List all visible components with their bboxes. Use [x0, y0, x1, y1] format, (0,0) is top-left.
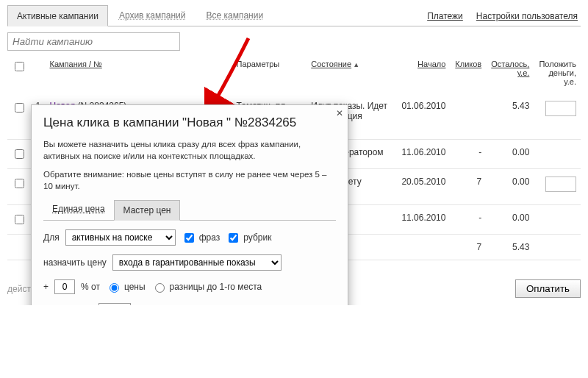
- totals-clicks: 7: [450, 235, 486, 260]
- select-all-checkbox[interactable]: [15, 62, 24, 71]
- set-price-label: назначить цену: [43, 257, 107, 268]
- deposit-input[interactable]: [545, 176, 576, 192]
- close-icon[interactable]: ✕: [336, 108, 343, 118]
- modal-desc-1: Вы можете назначить цены клика сразу для…: [43, 139, 336, 162]
- cell-clicks: -: [450, 140, 486, 169]
- rubrics-checkbox[interactable]: [229, 233, 238, 243]
- cell-remaining: 0.00: [486, 169, 534, 205]
- price-type-select[interactable]: входа в гарантированные показы: [112, 254, 282, 271]
- modal-title: Цена клика в кампании "Новая " №2834265: [43, 115, 336, 130]
- cell-start: 20.05.2010: [396, 169, 450, 205]
- modal-desc-2: Обратите внимание: новые цены вступят в …: [43, 169, 336, 192]
- col-params: Параметры: [237, 60, 280, 68]
- cell-remaining: 5.43: [486, 93, 534, 140]
- cell-clicks: 7: [450, 169, 486, 205]
- link-payments[interactable]: Платежи: [427, 11, 463, 21]
- search-input[interactable]: [7, 32, 180, 51]
- cell-start: 11.06.2010: [396, 205, 450, 235]
- scope-select[interactable]: активных на поиске: [65, 229, 176, 246]
- totals-remaining: 5.43: [486, 235, 534, 260]
- sort-asc-icon: ▲: [353, 61, 359, 68]
- row-checkbox[interactable]: [15, 215, 24, 224]
- cell-start: 01.06.2010: [396, 93, 450, 140]
- row-checkbox[interactable]: [15, 149, 24, 159]
- basis-price-radio[interactable]: [110, 283, 119, 293]
- percent-input[interactable]: [54, 279, 75, 294]
- col-deposit: Положить деньги, у.е.: [539, 60, 576, 86]
- row-checkbox[interactable]: [15, 179, 24, 188]
- tab-all[interactable]: Все кампании: [196, 4, 273, 26]
- tab-archive[interactable]: Архив кампаний: [110, 4, 196, 26]
- col-clicks[interactable]: Кликов: [455, 60, 481, 68]
- deposit-input[interactable]: [545, 101, 576, 116]
- tab-price-wizard[interactable]: Мастер цен: [114, 200, 181, 221]
- col-campaign[interactable]: Кампания / №: [50, 60, 102, 68]
- modal-tabs: Единая цена Мастер цен: [43, 199, 336, 221]
- cell-start: 11.06.2010: [396, 140, 450, 169]
- cell-remaining: 0.00: [486, 205, 534, 235]
- pay-button[interactable]: Оплатить: [515, 279, 581, 298]
- link-user-settings[interactable]: Настройки пользователя: [476, 11, 578, 21]
- tab-single-price[interactable]: Единая цена: [43, 199, 114, 220]
- main-tabs: Активные кампании Архив кампаний Все кам…: [7, 4, 581, 26]
- row-checkbox[interactable]: [15, 103, 24, 113]
- price-modal: ✕ Цена клика в кампании "Новая " №283426…: [31, 104, 348, 305]
- col-start[interactable]: Начало: [417, 60, 445, 68]
- cell-clicks: [450, 93, 486, 140]
- tab-active-campaigns[interactable]: Активные кампании: [7, 5, 108, 26]
- cell-remaining: 0.00: [486, 140, 534, 169]
- basis-diff-radio[interactable]: [155, 283, 165, 293]
- limit-input[interactable]: [98, 303, 131, 305]
- phrases-checkbox[interactable]: [184, 233, 194, 243]
- for-label: Для: [43, 232, 60, 243]
- col-state[interactable]: Состояние: [311, 60, 351, 68]
- cell-clicks: -: [450, 205, 486, 235]
- col-remaining[interactable]: Осталось, у.е.: [491, 60, 529, 77]
